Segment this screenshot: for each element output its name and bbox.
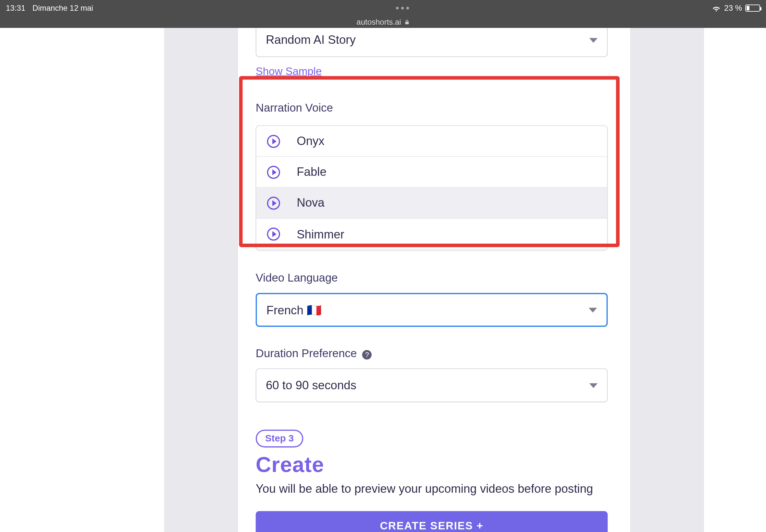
- create-series-button[interactable]: CREATE SERIES +: [256, 511, 608, 532]
- narration-voice-label: Narration Voice: [256, 102, 613, 115]
- story-type-value: Random AI Story: [266, 33, 356, 47]
- multitask-dots-icon[interactable]: [396, 7, 409, 9]
- chevron-down-icon: [589, 308, 597, 312]
- step-pill: Step 3: [256, 429, 303, 447]
- duration-value: 60 to 90 seconds: [266, 379, 356, 392]
- play-icon[interactable]: [267, 135, 280, 148]
- voice-option-fable[interactable]: Fable: [256, 157, 607, 188]
- status-date: Dimanche 12 mai: [32, 4, 93, 13]
- duration-select[interactable]: 60 to 90 seconds: [256, 369, 608, 402]
- url-text: autoshorts.ai: [356, 18, 401, 27]
- battery-percent: 23 %: [724, 4, 742, 13]
- help-icon[interactable]: ?: [362, 350, 371, 359]
- play-icon[interactable]: [267, 196, 280, 209]
- voice-option-onyx[interactable]: Onyx: [256, 126, 607, 157]
- video-language-select[interactable]: French 🇫🇷: [256, 293, 608, 327]
- video-language-label: Video Language: [256, 272, 613, 284]
- voice-option-nova[interactable]: Nova: [256, 188, 607, 219]
- voice-name: Shimmer: [297, 227, 344, 241]
- story-type-select[interactable]: Random AI Story: [256, 28, 608, 57]
- play-icon[interactable]: [267, 165, 280, 178]
- chevron-down-icon: [590, 383, 598, 388]
- voice-name: Fable: [297, 165, 326, 179]
- step-subtitle: You will be able to preview your upcomin…: [256, 482, 613, 496]
- battery-fill: [747, 6, 749, 10]
- show-sample-link[interactable]: Show Sample: [256, 65, 322, 77]
- status-time: 13:31: [6, 4, 25, 13]
- play-icon[interactable]: [267, 228, 280, 241]
- duration-label: Duration Preference ?: [256, 347, 613, 360]
- voice-option-shimmer[interactable]: Shimmer: [256, 219, 607, 249]
- step-title: Create: [256, 452, 613, 477]
- voice-list: Onyx Fable Nova Shimmer: [256, 125, 608, 250]
- browser-url-bar[interactable]: autoshorts.ai: [0, 16, 766, 28]
- ipad-status-bar: 13:31 Dimanche 12 mai 23 %: [0, 0, 766, 16]
- video-language-value: French 🇫🇷: [266, 303, 322, 317]
- battery-icon: [745, 5, 760, 12]
- voice-name: Onyx: [297, 134, 324, 148]
- lock-icon: [405, 19, 410, 25]
- chevron-down-icon: [590, 38, 598, 42]
- wifi-icon: [712, 5, 721, 11]
- voice-name: Nova: [297, 196, 324, 210]
